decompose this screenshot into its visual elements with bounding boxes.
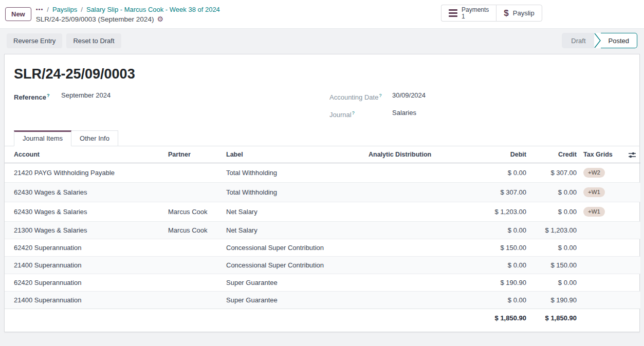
- payslip-stat-button[interactable]: $ Payslip: [496, 5, 542, 22]
- table-row[interactable]: 21300 Wages & Salaries Marcus Cook Net S…: [5, 221, 640, 239]
- control-panel: Reverse Entry Reset to Draft Draft Poste…: [0, 29, 644, 52]
- cell-account: 62430 Wages & Salaries: [5, 182, 164, 202]
- help-icon: ?: [352, 110, 355, 116]
- sliders-icon[interactable]: [628, 151, 636, 159]
- cell-analytic-distribution: [364, 221, 452, 239]
- tab-other-info[interactable]: Other Info: [71, 130, 118, 146]
- cell-spacer: [620, 221, 640, 239]
- cell-analytic-distribution: [364, 202, 452, 221]
- accounting-date-field[interactable]: 30/09/2024: [392, 90, 426, 103]
- cell-credit: $ 0.00: [530, 182, 581, 202]
- cell-account: 62420 Superannuation: [5, 239, 164, 256]
- table-row[interactable]: 21400 Superannuation Concessional Super …: [5, 256, 640, 274]
- cell-label: Total Withholding: [222, 163, 364, 182]
- breadcrumb-overflow-menu[interactable]: •••: [36, 5, 44, 14]
- breadcrumb-separator: /: [47, 5, 49, 14]
- cell-partner: [164, 291, 222, 309]
- payments-stat-button[interactable]: Payments 1: [441, 5, 496, 22]
- tax-grid-badge: +W2: [583, 168, 605, 178]
- top-navbar: New ••• / Payslips / Salary Slip - Marcu…: [0, 0, 644, 29]
- cell-partner: [164, 256, 222, 274]
- breadcrumb-link-salary-slip[interactable]: Salary Slip - Marcus Cook - Week 38 of 2…: [86, 5, 220, 14]
- journal-items-table: Account Partner Label Analytic Distribut…: [5, 146, 640, 327]
- table-header-row: Account Partner Label Analytic Distribut…: [5, 146, 640, 163]
- column-header-tax-grids[interactable]: Tax Grids: [581, 146, 620, 163]
- cell-debit: $ 150.00: [452, 239, 530, 256]
- cell-debit: $ 1,203.00: [452, 202, 530, 221]
- chevron-right-icon: [594, 33, 601, 48]
- breadcrumb-active-record: SLR/24-25/09/0003 (September 2024): [36, 14, 154, 24]
- cell-tax-grids: +W1: [581, 202, 620, 221]
- column-header-partner[interactable]: Partner: [164, 146, 222, 163]
- cell-analytic-distribution: [364, 274, 452, 291]
- cell-tax-grids: [581, 274, 620, 291]
- reference-field[interactable]: September 2024: [61, 90, 111, 103]
- new-button[interactable]: New: [5, 7, 31, 21]
- reference-label: Reference?: [14, 90, 61, 103]
- accounting-date-label: Accounting Date?: [329, 90, 392, 103]
- cell-analytic-distribution: [364, 256, 452, 274]
- journal-label: Journal?: [329, 108, 392, 120]
- table-row[interactable]: 62430 Wages & Salaries Marcus Cook Net S…: [5, 202, 640, 221]
- cell-partner: [164, 182, 222, 202]
- reset-to-draft-button[interactable]: Reset to Draft: [66, 33, 121, 48]
- status-bar: Draft Posted: [562, 33, 637, 48]
- optional-columns-header: [620, 146, 640, 163]
- cell-spacer: [620, 239, 640, 256]
- column-header-debit[interactable]: Debit: [452, 146, 530, 163]
- journal-field[interactable]: Salaries: [392, 108, 416, 120]
- cell-account: 21400 Superannuation: [5, 256, 164, 274]
- cell-label: Super Guarantee: [222, 291, 364, 309]
- cell-credit: $ 0.00: [530, 274, 581, 291]
- status-stage-posted[interactable]: Posted: [594, 33, 637, 48]
- reverse-entry-button[interactable]: Reverse Entry: [7, 33, 62, 48]
- column-header-credit[interactable]: Credit: [530, 146, 581, 163]
- cell-tax-grids: +W2: [581, 163, 620, 182]
- cell-account: 21400 Superannuation: [5, 291, 164, 309]
- table-row[interactable]: 62430 Wages & Salaries Total Withholding…: [5, 182, 640, 202]
- cell-spacer: [620, 256, 640, 274]
- tax-grid-badge: +W1: [583, 207, 605, 217]
- cell-debit: $ 0.00: [452, 221, 530, 239]
- field-groups: Reference? September 2024 Accounting Dat…: [14, 90, 631, 126]
- table-row[interactable]: 21420 PAYG Withholding Payable Total Wit…: [5, 163, 640, 182]
- cell-partner: Marcus Cook: [164, 202, 222, 221]
- tax-grid-badge: +W1: [583, 187, 605, 197]
- breadcrumb-link-payslips[interactable]: Payslips: [52, 5, 77, 14]
- cell-tax-grids: [581, 221, 620, 239]
- cell-account: 21420 PAYG Withholding Payable: [5, 163, 164, 182]
- breadcrumb-separator: /: [81, 5, 83, 14]
- table-row[interactable]: 21400 Superannuation Super Guarantee $ 0…: [5, 291, 640, 309]
- cell-credit: $ 0.00: [530, 239, 581, 256]
- table-row[interactable]: 62420 Superannuation Concessional Super …: [5, 239, 640, 256]
- tab-journal-items[interactable]: Journal Items: [14, 130, 71, 146]
- cell-tax-grids: +W1: [581, 182, 620, 202]
- total-debit: $ 1,850.90: [452, 309, 530, 327]
- cell-credit: $ 150.00: [530, 256, 581, 274]
- payments-count: 1: [462, 13, 489, 20]
- cell-analytic-distribution: [364, 239, 452, 256]
- gear-icon[interactable]: ⚙: [157, 15, 163, 23]
- payments-label: Payments: [462, 7, 489, 13]
- cell-spacer: [620, 182, 640, 202]
- column-header-label[interactable]: Label: [222, 146, 364, 163]
- cell-credit: $ 0.00: [530, 202, 581, 221]
- cell-analytic-distribution: [364, 163, 452, 182]
- cell-label: Total Withholding: [222, 182, 364, 202]
- help-icon: ?: [379, 93, 381, 98]
- cell-label: Super Guarantee: [222, 274, 364, 291]
- totals-row: $ 1,850.90 $ 1,850.90: [5, 309, 640, 327]
- table-row[interactable]: 62420 Superannuation Super Guarantee $ 1…: [5, 274, 640, 291]
- cell-debit: $ 307.00: [452, 182, 530, 202]
- column-header-analytic[interactable]: Analytic Distribution: [364, 146, 452, 163]
- cell-debit: $ 0.00: [452, 163, 530, 182]
- cell-account: 21300 Wages & Salaries: [5, 221, 164, 239]
- journal-items-body: 21420 PAYG Withholding Payable Total Wit…: [5, 163, 640, 309]
- breadcrumb: ••• / Payslips / Salary Slip - Marcus Co…: [36, 5, 220, 24]
- column-header-account[interactable]: Account: [5, 146, 164, 163]
- cell-debit: $ 0.00: [452, 291, 530, 309]
- cell-account: 62420 Superannuation: [5, 274, 164, 291]
- cell-analytic-distribution: [364, 182, 452, 202]
- cell-label: Concessional Super Contribution: [222, 256, 364, 274]
- status-stage-draft[interactable]: Draft: [562, 33, 594, 48]
